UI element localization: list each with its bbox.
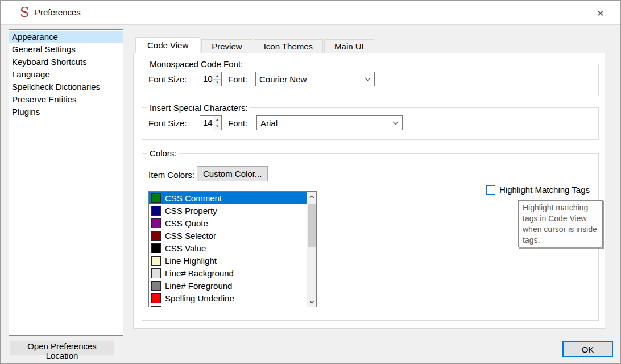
mono-font-size-value: 10 [200, 72, 213, 86]
group-title: Insert Special Characters: [147, 103, 250, 113]
code-view-tab-panel: Monospaced Code Font: Font Size: 10 ▲ ▼ … [133, 53, 605, 329]
highlight-matching-tags-row: Highlight Matching Tags [486, 185, 590, 195]
vertical-scrollbar[interactable] [307, 192, 316, 307]
close-icon: × [597, 6, 604, 20]
color-item-css-value[interactable]: CSS Value [149, 242, 307, 254]
font-size-label: Font Size: [148, 75, 187, 84]
special-font-size-value: 14 [200, 116, 213, 130]
color-swatch [151, 218, 161, 228]
insert-special-characters-group: Insert Special Characters: Font Size: 14… [142, 107, 599, 140]
highlight-matching-tags-checkbox[interactable] [486, 185, 495, 195]
color-swatch [151, 193, 161, 203]
color-item-css-selector[interactable]: CSS Selector [149, 229, 307, 242]
spin-down-icon[interactable]: ▼ [213, 123, 221, 130]
special-font-value: Arial [257, 118, 388, 128]
tab-icon-themes[interactable]: Icon Themes [254, 39, 323, 53]
tab-bar: Code ViewPreviewIcon ThemesMain UI [135, 37, 375, 53]
tab-main-ui[interactable]: Main UI [324, 39, 374, 53]
colors-group: Colors: Item Colors: Custom Color... CSS… [142, 153, 599, 321]
mono-font-value: Courier New [256, 75, 361, 84]
color-item-label: CSS Value [165, 243, 206, 253]
sidebar-item-spellcheck-dictionaries[interactable]: Spellcheck Dictionaries [9, 81, 123, 93]
spin-up-icon[interactable]: ▲ [213, 116, 221, 123]
color-swatch [151, 243, 161, 253]
color-item-line-highlight[interactable]: Line Highlight [149, 254, 307, 267]
scroll-up-icon[interactable] [307, 192, 317, 201]
monospaced-code-font-group: Monospaced Code Font: Font Size: 10 ▲ ▼ … [142, 64, 599, 96]
sigil-logo-icon: S [20, 5, 29, 20]
color-item-spelling-underline[interactable]: Spelling Underline [149, 292, 307, 304]
font-label: Font: [228, 118, 247, 128]
color-item-css-quote[interactable]: CSS Quote [149, 217, 307, 229]
color-rows: CSS CommentCSS PropertyCSS QuoteCSS Sele… [149, 192, 307, 307]
color-item-line-background[interactable]: Line# Background [149, 267, 307, 279]
color-swatch [151, 306, 161, 307]
item-colors-list: CSS CommentCSS PropertyCSS QuoteCSS Sele… [148, 191, 317, 307]
scroll-down-icon[interactable] [307, 297, 317, 307]
color-item-label: Spelling Underline [165, 293, 234, 303]
special-font-size-spinner[interactable]: 14 ▲ ▼ [200, 115, 222, 130]
color-swatch [151, 268, 161, 278]
color-item-css-property[interactable]: CSS Property [149, 204, 307, 217]
tab-code-view[interactable]: Code View [135, 37, 200, 53]
group-title: Monospaced Code Font: [147, 59, 245, 69]
highlight-matching-tags-label: Highlight Matching Tags [499, 185, 590, 195]
color-item-label: Line# Foreground [165, 281, 232, 291]
sidebar-item-language[interactable]: Language [9, 68, 123, 81]
sidebar-item-general-settings[interactable]: General Settings [9, 43, 123, 56]
font-label: Font: [228, 75, 247, 84]
mono-font-combobox[interactable]: Courier New [255, 72, 375, 86]
spin-up-icon[interactable]: ▲ [213, 72, 221, 80]
color-swatch [151, 293, 161, 303]
sidebar-item-preserve-entities[interactable]: Preserve Entities [9, 93, 123, 106]
color-swatch [151, 256, 161, 266]
chevron-down-icon [361, 77, 374, 81]
color-item-label: CSS Quote [165, 218, 208, 228]
special-font-combobox[interactable]: Arial [256, 115, 403, 130]
scrollbar-thumb[interactable] [308, 204, 316, 247]
font-size-label: Font Size: [148, 118, 187, 128]
color-item-label: CSS Selector [165, 231, 216, 241]
spinner-buttons: ▲ ▼ [213, 72, 221, 86]
tooltip: Highlight matching tags in Code View whe… [518, 200, 603, 247]
category-list: AppearanceGeneral SettingsKeyboard Short… [9, 29, 123, 336]
sidebar-item-keyboard-shortcuts[interactable]: Keyboard Shortcuts [9, 56, 123, 68]
color-item-css-comment[interactable]: CSS Comment [149, 192, 307, 204]
color-item-label: Line Highlight [165, 256, 217, 266]
spinner-buttons: ▲ ▼ [213, 116, 221, 130]
close-button[interactable]: × [587, 1, 614, 25]
color-item-label: Line# Background [165, 268, 234, 278]
color-item-label: CSS Comment [165, 193, 222, 203]
window-title: Preferences [35, 7, 81, 17]
title-bar: S Preferences × [1, 1, 620, 25]
color-item-item[interactable] [149, 304, 307, 307]
mono-font-size-spinner[interactable]: 10 ▲ ▼ [200, 72, 222, 86]
item-colors-label: Item Colors: [148, 170, 194, 180]
sidebar-item-appearance[interactable]: Appearance [9, 31, 123, 43]
chevron-down-icon [388, 121, 402, 125]
sidebar-item-plugins[interactable]: Plugins [9, 106, 123, 118]
color-item-line-foreground[interactable]: Line# Foreground [149, 279, 307, 292]
color-item-label: CSS Property [165, 206, 217, 216]
color-swatch [151, 281, 161, 291]
preferences-window: S Preferences × AppearanceGeneral Settin… [0, 0, 621, 364]
color-swatch [151, 231, 161, 241]
tab-preview[interactable]: Preview [201, 39, 252, 53]
ok-button[interactable]: OK [562, 341, 613, 357]
group-title: Colors: [147, 148, 179, 158]
spin-down-icon[interactable]: ▼ [213, 80, 221, 86]
color-swatch [151, 206, 161, 216]
open-preferences-location-button[interactable]: Open Preferences Location [10, 341, 114, 355]
custom-color-button[interactable]: Custom Color... [197, 166, 268, 181]
